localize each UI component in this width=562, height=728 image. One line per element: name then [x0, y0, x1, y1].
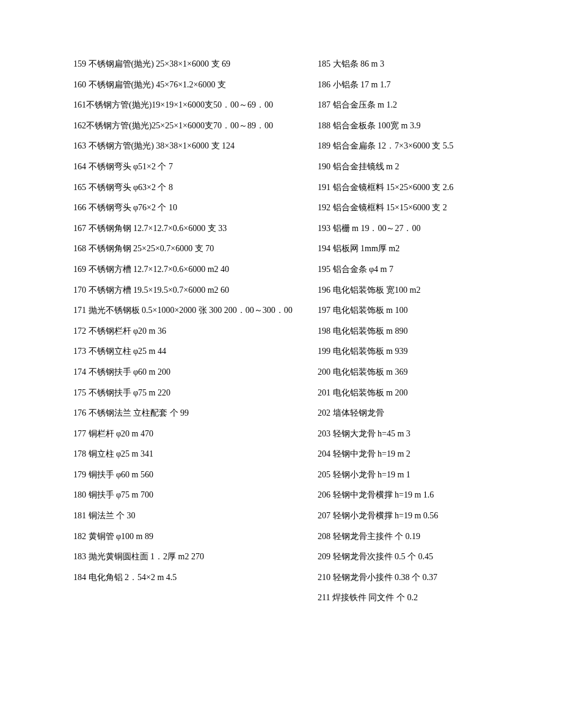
- entry: 162不锈钢方管(抛光)25×25×1×6000支70．00～89．00: [73, 116, 299, 136]
- entry: 200 电化铝装饰板 m 369: [318, 362, 495, 383]
- entry: 209 轻钢龙骨次接件 0.5 个 0.45: [318, 546, 495, 567]
- entry: 185 大铝条 86 m 3: [318, 54, 495, 75]
- entry: 204 轻钢中龙骨 h=19 m 2: [318, 444, 495, 465]
- entry: 182 黄铜管 φ100 m 89: [73, 526, 299, 547]
- entry: 187 铝合金压条 m 1.2: [318, 95, 495, 116]
- entry: 203 轻钢大龙骨 h=45 m 3: [318, 424, 495, 444]
- entry: 183 抛光黄铜圆柱面 1．2厚 m2 270: [73, 546, 299, 567]
- entry: 207 轻钢小龙骨横撑 h=19 m 0.56: [318, 506, 495, 526]
- entry: 198 电化铝装饰板 m 890: [318, 321, 495, 342]
- entry: 164 不锈钢弯头 φ51×2 个 7: [73, 156, 299, 177]
- entry: 176 不锈钢法兰 立柱配套 个 99: [73, 403, 299, 424]
- right-column: 185 大铝条 86 m 3 186 小铝条 17 m 1.7 187 铝合金压…: [318, 54, 495, 608]
- entry: 163 不锈钢方管(抛光) 38×38×1×6000 支 124: [73, 136, 299, 156]
- entry: 174 不锈钢扶手 φ60 m 200: [73, 362, 299, 383]
- entry: 197 电化铝装饰板 m 100: [318, 300, 495, 321]
- entry: 160 不锈钢扁管(抛光) 45×76×1.2×6000 支: [73, 75, 299, 95]
- document-columns: 159 不锈钢扁管(抛光) 25×38×1×6000 支 69 160 不锈钢扁…: [73, 54, 492, 608]
- entry: 159 不锈钢扁管(抛光) 25×38×1×6000 支 69: [73, 54, 299, 75]
- entry: 190 铝合金挂镜线 m 2: [318, 156, 495, 177]
- entry: 181 铜法兰 个 30: [73, 506, 299, 526]
- entry: 184 电化角铝 2．54×2 m 4.5: [73, 567, 299, 588]
- entry: 166 不锈钢弯头 φ76×2 个 10: [73, 197, 299, 218]
- entry: 170 不锈钢方槽 19.5×19.5×0.7×6000 m2 60: [73, 280, 299, 301]
- entry: 194 铝板网 1mm厚 m2: [318, 238, 495, 259]
- entry: 177 铜栏杆 φ20 m 470: [73, 424, 299, 444]
- entry: 210 轻钢龙骨小接件 0.38 个 0.37: [318, 567, 495, 588]
- entry: 205 轻钢小龙骨 h=19 m 1: [318, 465, 495, 485]
- entry: 196 电化铝装饰板 宽100 m2: [318, 280, 495, 301]
- entry: 180 铜扶手 φ75 m 700: [73, 485, 299, 506]
- entry: 189 铝合金扁条 12．7×3×6000 支 5.5: [318, 136, 495, 156]
- entry: 168 不锈钢角钢 25×25×0.7×6000 支 70: [73, 238, 299, 259]
- entry: 191 铝合金镜框料 15×25×6000 支 2.6: [318, 177, 495, 198]
- entry: 201 电化铝装饰板 m 200: [318, 383, 495, 403]
- entry: 192 铝合金镜框料 15×15×6000 支 2: [318, 197, 495, 218]
- entry: 165 不锈钢弯头 φ63×2 个 8: [73, 177, 299, 198]
- entry: 167 不锈钢角钢 12.7×12.7×0.6×6000 支 33: [73, 218, 299, 239]
- entry: 169 不锈钢方槽 12.7×12.7×0.6×6000 m2 40: [73, 259, 299, 280]
- entry: 193 铝栅 m 19．00～27．00: [318, 218, 495, 239]
- left-column: 159 不锈钢扁管(抛光) 25×38×1×6000 支 69 160 不锈钢扁…: [73, 54, 299, 608]
- entry: 171 抛光不锈钢板 0.5×1000×2000 张 300 200．00～30…: [73, 300, 299, 321]
- entry: 179 铜扶手 φ60 m 560: [73, 465, 299, 485]
- entry: 188 铝合金板条 100宽 m 3.9: [318, 116, 495, 136]
- entry: 186 小铝条 17 m 1.7: [318, 75, 495, 95]
- entry: 175 不锈钢扶手 φ75 m 220: [73, 383, 299, 403]
- entry: 202 墙体轻钢龙骨: [318, 403, 495, 424]
- entry: 161不锈钢方管(抛光)19×19×1×6000支50．00～69．00: [73, 95, 299, 116]
- entry: 178 铜立柱 φ25 m 341: [73, 444, 299, 465]
- entry: 199 电化铝装饰板 m 939: [318, 341, 495, 362]
- entry: 173 不锈钢立柱 φ25 m 44: [73, 341, 299, 362]
- entry: 208 轻钢龙骨主接件 个 0.19: [318, 526, 495, 547]
- entry: 195 铝合金条 φ4 m 7: [318, 259, 495, 280]
- entry: 206 轻钢中龙骨横撑 h=19 m 1.6: [318, 485, 495, 506]
- entry: 172 不锈钢栏杆 φ20 m 36: [73, 321, 299, 342]
- entry: 211 焊接铁件 同文件 个 0.2: [318, 587, 495, 608]
